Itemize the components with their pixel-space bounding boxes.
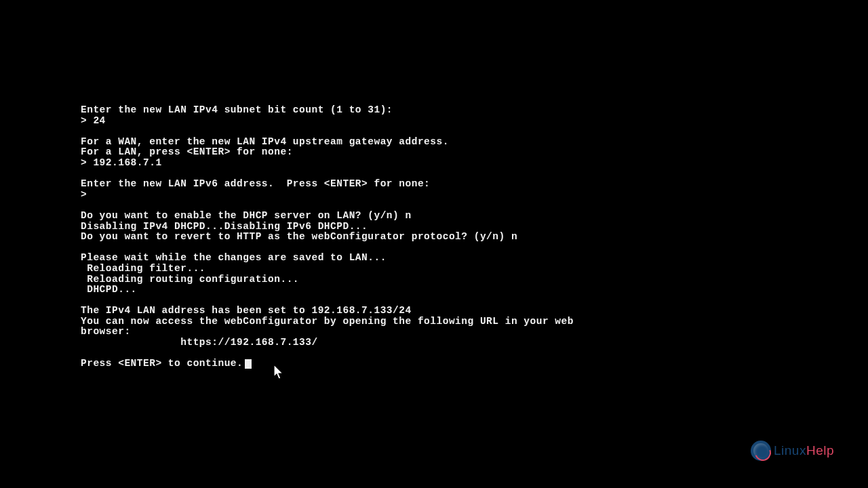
terminal-line: For a LAN, press <ENTER> for none: — [81, 147, 574, 158]
terminal-line — [81, 243, 574, 253]
terminal-line: > 192.168.7.1 — [81, 158, 574, 169]
terminal-line: https://192.168.7.133/ — [81, 338, 574, 348]
terminal-line — [81, 126, 574, 137]
terminal-line: > — [81, 190, 574, 201]
terminal-line — [81, 200, 574, 211]
terminal-line: Reloading routing configuration... — [81, 274, 574, 285]
terminal-output[interactable]: Enter the new LAN IPv4 subnet bit count … — [81, 105, 574, 369]
terminal-line: For a WAN, enter the new LAN IPv4 upstre… — [81, 137, 574, 148]
terminal-line: You can now access the webConfigurator b… — [81, 317, 574, 327]
terminal-line: Reloading filter... — [81, 264, 574, 274]
terminal-line: The IPv4 LAN address has been set to 192… — [81, 306, 574, 317]
terminal-line: Do you want to revert to HTTP as the web… — [81, 232, 574, 243]
terminal-line: browser: — [81, 327, 574, 338]
logo-text: LinuxHelp — [774, 443, 834, 458]
terminal-line: Enter the new LAN IPv6 address. Press <E… — [81, 179, 574, 190]
watermark-logo: LinuxHelp — [751, 441, 834, 461]
cursor-icon — [245, 359, 252, 369]
terminal-line — [81, 296, 574, 306]
terminal-line — [81, 169, 574, 180]
terminal-line: DHCPD... — [81, 285, 574, 296]
terminal-line: Please wait while the changes are saved … — [81, 253, 574, 264]
terminal-line: > 24 — [81, 116, 574, 127]
terminal-line — [81, 348, 574, 359]
terminal-line: Disabling IPv4 DHCPD...Disabling IPv6 DH… — [81, 222, 574, 232]
logo-icon — [751, 441, 771, 461]
terminal-prompt-line[interactable]: Press <ENTER> to continue. — [81, 359, 574, 369]
terminal-line: Do you want to enable the DHCP server on… — [81, 211, 574, 222]
terminal-line: Enter the new LAN IPv4 subnet bit count … — [81, 105, 574, 116]
